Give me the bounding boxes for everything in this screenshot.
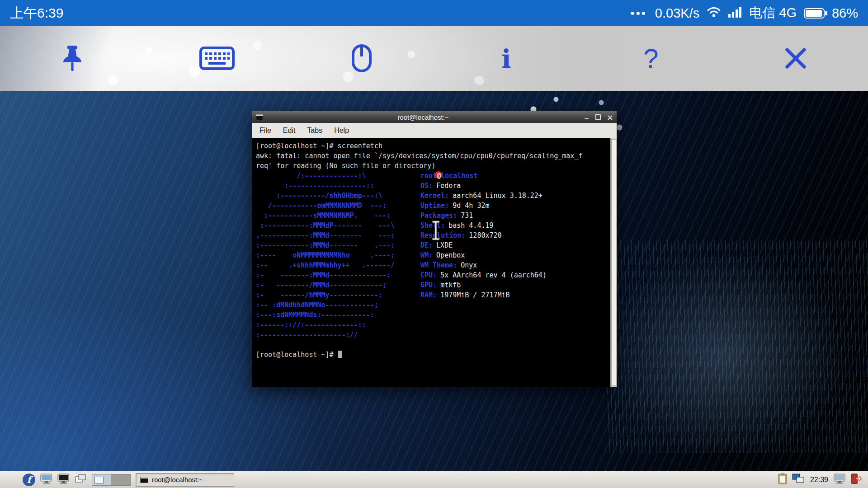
- monitor-launcher-icon[interactable]: [40, 473, 52, 486]
- pin-toolbar-button[interactable]: [0, 26, 145, 91]
- help-icon: ?: [643, 45, 658, 72]
- lxde-taskbar: f root@localhost:~ 22:39: [0, 471, 868, 488]
- terminal-output[interactable]: [root@localhost ~]# screenfetch awk: fat…: [252, 138, 610, 387]
- mouse-icon: [351, 44, 372, 74]
- terminal-body[interactable]: [root@localhost ~]# screenfetch awk: fat…: [252, 138, 617, 387]
- task-button-label: root@localhost:~: [152, 476, 203, 483]
- host-name: localhost: [441, 172, 477, 180]
- user-name: root: [420, 172, 437, 180]
- pager-desktop-1[interactable]: [92, 474, 111, 485]
- status-time: 上午6:39: [10, 4, 63, 23]
- battery-fill: [806, 10, 822, 17]
- scrollbar-thumb[interactable]: [611, 139, 616, 386]
- ascii-art-line: :---------------------://: [256, 330, 607, 340]
- terminal-menubar: File Edit Tabs Help: [252, 123, 617, 138]
- terminal-window-icon: [256, 114, 263, 120]
- system-tray: 22:39: [778, 473, 863, 487]
- ascii-art-line: :-- :dMNdhhdNMMNo------------;: [256, 300, 607, 310]
- menu-help[interactable]: Help: [329, 125, 354, 136]
- status-right-cluster: ••• 0.03K/s 电信 4G 86%: [631, 4, 858, 22]
- info-row: GPU:mtkfb: [420, 280, 547, 290]
- user-host-line: root@localhost: [420, 171, 547, 181]
- close-window-icon[interactable]: [607, 114, 613, 120]
- info-row: OS:Fedora: [420, 181, 547, 191]
- terminal-error-line: awk: fatal: cannot open file `/sys/devic…: [256, 151, 607, 161]
- taskbar-task-button[interactable]: root@localhost:~: [136, 473, 234, 487]
- info-row: RAM:1979MiB / 2717MiB: [420, 290, 547, 300]
- vnc-toolbar: i ?: [0, 26, 868, 91]
- info-row: Uptime:9d 4h 32m: [420, 201, 547, 211]
- ascii-art-line: :------:://:-------------::: [256, 320, 607, 330]
- info-row: Packages:731: [420, 211, 547, 221]
- network-monitors-tray-icon[interactable]: [792, 473, 805, 486]
- blank-line: [256, 340, 607, 350]
- ascii-art-line: :---:sdNMMMMNds:------------:: [256, 310, 607, 320]
- close-icon: [783, 46, 808, 72]
- pin-icon: [60, 45, 85, 73]
- signal-bars-icon: [728, 6, 742, 21]
- minimize-icon[interactable]: [583, 114, 590, 120]
- menu-tabs[interactable]: Tabs: [302, 125, 328, 136]
- wifi-icon: [707, 6, 721, 21]
- info-row: WM Theme:Onyx: [420, 260, 547, 270]
- terminal-task-icon: [140, 477, 148, 483]
- display-tray-icon[interactable]: [834, 473, 846, 486]
- terminal-error-line: req' for reading (No such file or direct…: [256, 161, 607, 171]
- android-status-bar: 上午6:39 ••• 0.03K/s 电信 4G 86%: [0, 0, 868, 26]
- terminal-titlebar[interactable]: root@localhost:~: [252, 111, 617, 123]
- keyboard-toolbar-button[interactable]: [145, 26, 289, 91]
- mouse-toolbar-button[interactable]: [289, 26, 434, 91]
- keyboard-icon: [199, 47, 235, 71]
- battery-icon: [804, 8, 825, 19]
- network-speed: 0.03K/s: [655, 6, 699, 21]
- logout-icon[interactable]: [850, 473, 863, 487]
- terminal-window: root@localhost:~ File Edit Tabs Help [ro…: [252, 111, 617, 387]
- terminal-text-cursor: [338, 351, 342, 358]
- remote-desktop[interactable]: root@localhost:~ File Edit Tabs Help [ro…: [0, 91, 868, 471]
- info-toolbar-button[interactable]: i: [434, 26, 579, 91]
- info-row: CPU:5x AArch64 rev 4 (aarch64): [420, 270, 547, 280]
- menu-file[interactable]: File: [254, 125, 277, 136]
- help-toolbar-button[interactable]: ?: [579, 26, 723, 91]
- iconify-windows-icon[interactable]: [75, 473, 87, 486]
- info-row: WM:Openbox: [420, 250, 547, 260]
- more-notifications-icon: •••: [631, 6, 647, 20]
- desktop-pager: [92, 474, 131, 486]
- phone-screen: 上午6:39 ••• 0.03K/s 电信 4G 86%: [0, 0, 868, 488]
- terminal-title: root@localhost:~: [267, 113, 580, 121]
- info-icon: i: [501, 46, 511, 71]
- terminal-scrollbar[interactable]: [610, 138, 617, 387]
- ibeam-cursor-icon: [431, 221, 440, 242]
- carrier-label: 电信 4G: [749, 4, 797, 22]
- close-toolbar-button[interactable]: [723, 26, 868, 91]
- battery-percent: 86%: [832, 6, 858, 21]
- terminal-command-line: [root@localhost ~]# screenfetch: [256, 141, 607, 151]
- terminal-prompt-line: [root@localhost ~]#: [256, 350, 607, 360]
- window-controls: [583, 114, 613, 120]
- pager-desktop-2[interactable]: [111, 474, 130, 485]
- dark-monitor-launcher-icon[interactable]: [57, 473, 70, 486]
- maximize-icon[interactable]: [595, 114, 601, 120]
- clipboard-tray-icon[interactable]: [778, 473, 788, 487]
- info-row: Kernel:aarch64 Linux 3.18.22+: [420, 191, 547, 201]
- taskbar-clock[interactable]: 22:39: [809, 476, 829, 484]
- menu-edit[interactable]: Edit: [278, 125, 301, 136]
- fedora-menu-icon[interactable]: f: [23, 474, 35, 486]
